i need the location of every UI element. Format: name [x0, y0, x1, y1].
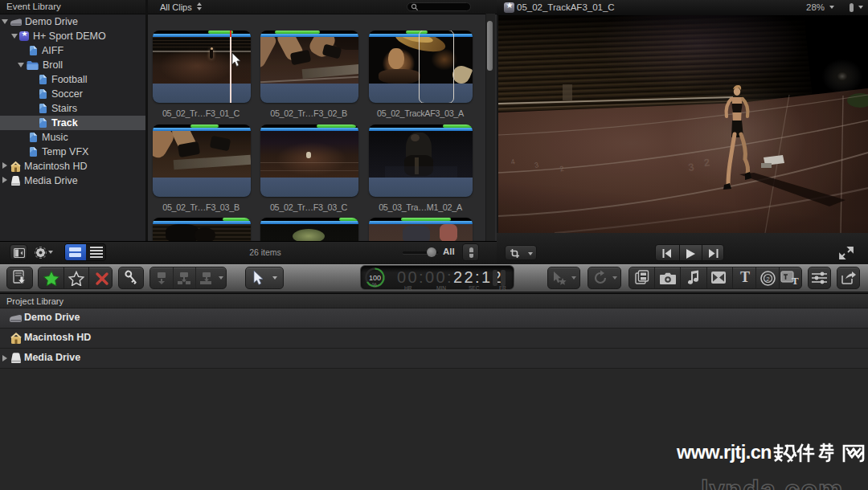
svg-text:2: 2 [766, 275, 770, 282]
svg-text:T: T [792, 275, 799, 286]
svg-text:%: % [372, 282, 377, 288]
svg-text:100: 100 [369, 274, 381, 282]
